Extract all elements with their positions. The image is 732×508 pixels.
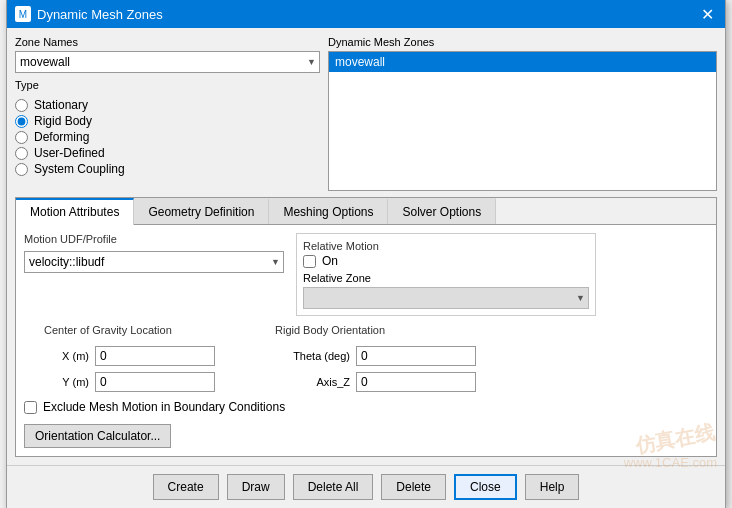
- radio-rigid-body[interactable]: Rigid Body: [15, 114, 320, 128]
- create-button[interactable]: Create: [153, 474, 219, 500]
- tabs-header: Motion Attributes Geometry Definition Me…: [16, 198, 716, 225]
- y-coord-input[interactable]: [95, 372, 215, 392]
- radio-system-coupling-input[interactable]: [15, 163, 28, 176]
- orientation-calculator-button[interactable]: Orientation Calculator...: [24, 424, 171, 448]
- axisz-row: Axis_Z: [275, 372, 476, 392]
- radio-deforming-input[interactable]: [15, 131, 28, 144]
- motion-udf-dropdown[interactable]: velocity::libudf: [24, 251, 284, 273]
- radio-system-coupling[interactable]: System Coupling: [15, 162, 320, 176]
- tab-meshing-options[interactable]: Meshing Options: [269, 198, 388, 224]
- radio-stationary-input[interactable]: [15, 99, 28, 112]
- center-of-gravity-group: Center of Gravity Location X (m) Y (m): [44, 324, 215, 392]
- coords-section: Center of Gravity Location X (m) Y (m) R…: [24, 324, 708, 392]
- radio-system-coupling-label: System Coupling: [34, 162, 125, 176]
- relative-zone-dropdown: [303, 287, 589, 309]
- type-label: Type: [15, 79, 320, 91]
- title-bar-left: M Dynamic Mesh Zones: [15, 6, 163, 22]
- exclude-mesh-motion-item[interactable]: Exclude Mesh Motion in Boundary Conditio…: [24, 400, 708, 414]
- theta-label: Theta (deg): [275, 350, 350, 362]
- theta-row: Theta (deg): [275, 346, 476, 366]
- list-item[interactable]: movewall: [329, 52, 716, 72]
- type-radio-group: Stationary Rigid Body Deforming Use: [15, 94, 320, 180]
- x-coord-label: X (m): [44, 350, 89, 362]
- help-button[interactable]: Help: [525, 474, 580, 500]
- theta-input[interactable]: [356, 346, 476, 366]
- y-coord-row: Y (m): [44, 372, 215, 392]
- dynamic-mesh-zones-listbox[interactable]: movewall: [328, 51, 717, 191]
- relative-zone-dropdown-wrapper: [303, 287, 589, 309]
- tab-content: Motion UDF/Profile velocity::libudf Rela…: [16, 225, 716, 456]
- delete-button[interactable]: Delete: [381, 474, 446, 500]
- zone-names-label: Zone Names: [15, 36, 320, 48]
- dynamic-mesh-zones-label: Dynamic Mesh Zones: [328, 36, 717, 48]
- motion-udf-row: Motion UDF/Profile velocity::libudf Rela…: [24, 233, 708, 316]
- zone-names-dropdown-wrapper[interactable]: movewall: [15, 51, 320, 73]
- main-window: M Dynamic Mesh Zones ✕ Zone Names movewa…: [6, 0, 726, 508]
- left-panel: Zone Names movewall Type Stationary: [15, 36, 320, 191]
- motion-udf-dropdown-wrapper[interactable]: velocity::libudf: [24, 251, 284, 273]
- exclude-mesh-motion-checkbox[interactable]: [24, 401, 37, 414]
- tab-geometry-definition[interactable]: Geometry Definition: [134, 198, 269, 224]
- relative-motion-box: Relative Motion On Relative Zone: [296, 233, 596, 316]
- cog-label: Center of Gravity Location: [44, 324, 215, 336]
- zone-names-dropdown[interactable]: movewall: [15, 51, 320, 73]
- tabs-section: Motion Attributes Geometry Definition Me…: [15, 197, 717, 457]
- window-content: Zone Names movewall Type Stationary: [7, 28, 725, 465]
- radio-stationary-label: Stationary: [34, 98, 88, 112]
- right-panel: Dynamic Mesh Zones movewall: [328, 36, 717, 191]
- bottom-buttons: Create Draw Delete All Delete Close Help: [7, 465, 725, 508]
- tab-solver-options[interactable]: Solver Options: [388, 198, 496, 224]
- app-icon: M: [15, 6, 31, 22]
- exclude-mesh-motion-label: Exclude Mesh Motion in Boundary Conditio…: [43, 400, 285, 414]
- radio-user-defined-input[interactable]: [15, 147, 28, 160]
- motion-udf-label: Motion UDF/Profile: [24, 233, 284, 245]
- relative-motion-on-item[interactable]: On: [303, 254, 589, 268]
- draw-button[interactable]: Draw: [227, 474, 285, 500]
- radio-rigid-body-input[interactable]: [15, 115, 28, 128]
- delete-all-button[interactable]: Delete All: [293, 474, 374, 500]
- tab-motion-attributes[interactable]: Motion Attributes: [16, 198, 134, 225]
- relative-motion-on-checkbox[interactable]: [303, 255, 316, 268]
- y-coord-label: Y (m): [44, 376, 89, 388]
- radio-deforming-label: Deforming: [34, 130, 89, 144]
- radio-user-defined[interactable]: User-Defined: [15, 146, 320, 160]
- relative-zone-label: Relative Zone: [303, 272, 589, 284]
- radio-deforming[interactable]: Deforming: [15, 130, 320, 144]
- x-coord-input[interactable]: [95, 346, 215, 366]
- rbo-label: Rigid Body Orientation: [275, 324, 476, 336]
- radio-stationary[interactable]: Stationary: [15, 98, 320, 112]
- axisz-label: Axis_Z: [275, 376, 350, 388]
- top-section: Zone Names movewall Type Stationary: [15, 36, 717, 191]
- x-coord-row: X (m): [44, 346, 215, 366]
- title-bar: M Dynamic Mesh Zones ✕: [7, 0, 725, 28]
- close-window-button[interactable]: ✕: [697, 5, 717, 24]
- radio-rigid-body-label: Rigid Body: [34, 114, 92, 128]
- type-section: Type Stationary Rigid Body Deforming: [15, 79, 320, 180]
- window-title: Dynamic Mesh Zones: [37, 7, 163, 22]
- relative-motion-label: Relative Motion: [303, 240, 589, 252]
- close-button[interactable]: Close: [454, 474, 517, 500]
- rigid-body-orientation-group: Rigid Body Orientation Theta (deg) Axis_…: [275, 324, 476, 392]
- radio-user-defined-label: User-Defined: [34, 146, 105, 160]
- axisz-input[interactable]: [356, 372, 476, 392]
- relative-motion-on-label: On: [322, 254, 338, 268]
- motion-udf-group: Motion UDF/Profile velocity::libudf: [24, 233, 284, 316]
